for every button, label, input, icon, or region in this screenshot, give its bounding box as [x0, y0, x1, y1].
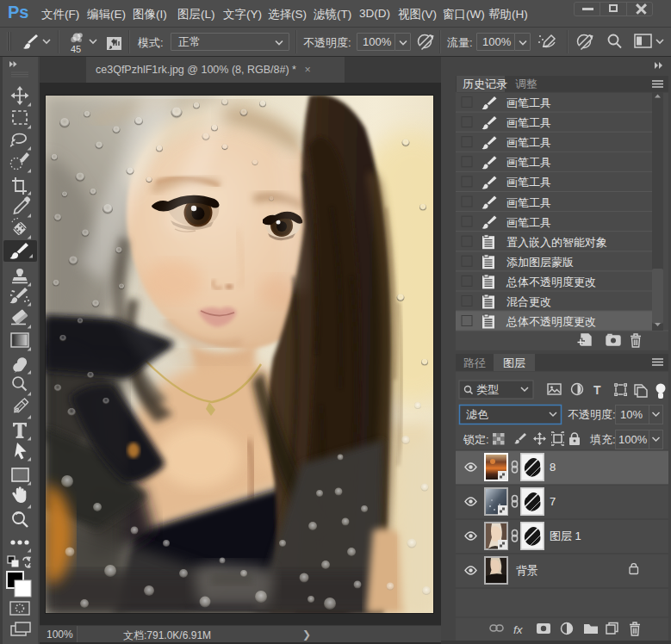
svg-text:填充:: 填充:	[589, 433, 616, 446]
svg-text:10%: 10%	[620, 408, 643, 421]
svg-text:图层 1: 图层 1	[550, 529, 581, 542]
svg-text:100%: 100%	[618, 433, 648, 446]
svg-text:混合更改: 混合更改	[506, 295, 551, 308]
svg-text:类型: 类型	[476, 383, 499, 396]
svg-text:画笔工具: 画笔工具	[506, 136, 551, 149]
svg-text:锁定:: 锁定:	[463, 433, 489, 446]
svg-text:fx: fx	[513, 623, 524, 636]
svg-text:画笔工具: 画笔工具	[506, 156, 551, 169]
svg-text:图层: 图层	[503, 356, 525, 369]
svg-text:画笔工具: 画笔工具	[506, 116, 551, 129]
svg-text:7: 7	[550, 495, 556, 508]
svg-text:路径: 路径	[463, 356, 486, 369]
svg-text:T: T	[593, 383, 601, 397]
svg-text:画笔工具: 画笔工具	[506, 196, 551, 209]
svg-text:画笔工具: 画笔工具	[506, 96, 551, 109]
svg-text:总体不透明度更改: 总体不透明度更改	[506, 276, 596, 288]
svg-text:背景: 背景	[516, 564, 538, 577]
svg-text:45: 45	[71, 44, 81, 54]
svg-text:置入嵌入的智能对象: 置入嵌入的智能对象	[506, 236, 607, 249]
svg-text:历史记录: 历史记录	[463, 77, 507, 90]
svg-text:不透明度:: 不透明度:	[568, 408, 616, 421]
svg-text:画笔工具: 画笔工具	[506, 176, 551, 189]
svg-text:添加图层蒙版: 添加图层蒙版	[506, 256, 574, 269]
svg-text:8: 8	[550, 461, 556, 474]
svg-text:画笔工具: 画笔工具	[506, 216, 551, 229]
svg-text:调整: 调整	[515, 77, 537, 90]
svg-text:总体不透明度更改: 总体不透明度更改	[506, 315, 596, 328]
svg-text:滤色: 滤色	[466, 408, 488, 421]
